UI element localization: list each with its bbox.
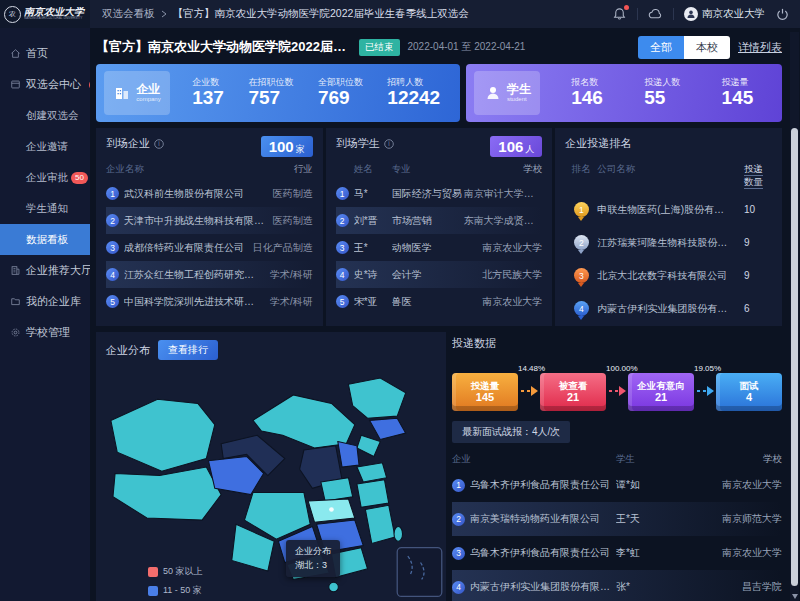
company-tile: 企业 company bbox=[104, 71, 170, 115]
status-badge: 已结束 bbox=[359, 39, 400, 56]
page-title: 【官方】南京农业大学动物医学院2022届毕业生春季线上双选会 bbox=[96, 38, 351, 56]
sidebar-item-school-manage[interactable]: 学校管理 bbox=[0, 317, 90, 348]
panel-title: 企业分布 bbox=[106, 343, 150, 358]
sidebar-item-fair-center[interactable]: 双选会中心 50 bbox=[0, 69, 90, 100]
sidebar-item-company-invite[interactable]: 企业邀请 bbox=[0, 131, 90, 162]
rank-circle: 3 bbox=[336, 241, 349, 254]
ranking-row: 1申联生物医药(上海)股份有限公司10 bbox=[565, 193, 772, 226]
company-row: 4江苏众红生物工程创药研究院有...学术/科研 bbox=[106, 261, 313, 288]
view-ranking-button[interactable]: 查看排行 bbox=[158, 340, 218, 360]
company-name: 北京大北农数字科技有限公司 bbox=[597, 269, 730, 283]
legend-swatch-red bbox=[148, 567, 158, 577]
silver-medal-icon: 2 bbox=[574, 235, 589, 250]
school: 南京审计大学金审学院 bbox=[464, 187, 543, 201]
student-label: 学生 bbox=[507, 83, 531, 96]
scrollbar-thumb[interactable] bbox=[791, 128, 798, 586]
major: 会计学 bbox=[392, 268, 464, 282]
approve-badge: 50 bbox=[71, 172, 88, 184]
sidebar-label: 企业邀请 bbox=[26, 140, 68, 154]
student-name: 王* bbox=[354, 241, 392, 255]
ranking-row: 4内蒙古伊利实业集团股份有限公...6 bbox=[565, 292, 772, 325]
university-emblem-icon: 农 bbox=[4, 6, 21, 23]
company-name: 乌鲁木齐伊利食品有限责任公司 bbox=[470, 478, 616, 492]
sidebar-item-company-approve[interactable]: 企业审批 50 bbox=[0, 162, 90, 193]
funnel-stage: 投递量145 bbox=[452, 373, 518, 411]
info-icon[interactable]: i bbox=[154, 139, 164, 149]
school: 南京师范大学 bbox=[686, 512, 782, 526]
delivery-count: 10 bbox=[730, 204, 772, 215]
student-name: 谭*如 bbox=[616, 478, 686, 492]
rank-circle: 3 bbox=[106, 241, 119, 254]
stat-value: 55 bbox=[644, 87, 680, 109]
sidebar-item-company-library[interactable]: 我的企业库 bbox=[0, 286, 90, 317]
panel-title: 到场学生 bbox=[336, 136, 380, 151]
cloud-download-icon[interactable] bbox=[648, 7, 663, 22]
avatar-icon bbox=[684, 7, 698, 21]
breadcrumb: 双选会看板 【官方】南京农业大学动物医学院2022届毕业生春季线上双选会 bbox=[102, 7, 469, 21]
major: 兽医 bbox=[392, 295, 464, 309]
person-icon bbox=[484, 84, 502, 102]
main-content: 【官方】南京农业大学动物医学院2022届毕业生春季线上双选会 已结束 2022-… bbox=[90, 28, 800, 601]
vertical-scrollbar[interactable] bbox=[790, 32, 799, 601]
student-tile: 学生 student bbox=[474, 71, 540, 115]
company-row: 5中国科学院深圳先进技术研究院学术/科研 bbox=[106, 288, 313, 315]
stat-value: 137 bbox=[192, 87, 224, 109]
funnel-arrow: 14.48% bbox=[518, 373, 540, 411]
svg-text:i: i bbox=[388, 140, 389, 147]
breadcrumb-current: 【官方】南京农业大学动物医学院2022届毕业生春季线上双选会 bbox=[173, 7, 469, 21]
sidebar-label: 企业推荐大厅 bbox=[26, 263, 92, 278]
col-count[interactable]: 投递数量 bbox=[744, 163, 763, 189]
sidebar-label: 学生通知 bbox=[26, 202, 68, 216]
hall-icon bbox=[10, 265, 21, 276]
rank-circle: 2 bbox=[452, 513, 465, 526]
library-icon bbox=[10, 296, 21, 307]
col-rank: 排名 bbox=[565, 163, 597, 189]
rank-circle: 1 bbox=[452, 479, 465, 492]
app-logo: 农 南京农业大学 NANJING AGRICULTURAL UNIVERSITY bbox=[0, 0, 90, 28]
breadcrumb-root[interactable]: 双选会看板 bbox=[102, 7, 155, 21]
rank-circle: 4 bbox=[336, 268, 349, 281]
student-name: 刘*晋 bbox=[354, 214, 392, 228]
sidebar-item-home[interactable]: 首页 bbox=[0, 38, 90, 69]
student-name: 王*天 bbox=[616, 512, 686, 526]
delivery-count: 6 bbox=[730, 303, 772, 314]
filter-all-button[interactable]: 全部 bbox=[638, 36, 684, 59]
sidebar-item-student-notify[interactable]: 学生通知 bbox=[0, 193, 90, 224]
stat-label: 企业数 bbox=[192, 77, 224, 87]
sidebar-label: 双选会中心 bbox=[26, 77, 81, 92]
col-school: 学校 bbox=[686, 453, 782, 466]
legend-swatch-blue bbox=[148, 586, 158, 596]
user-menu[interactable]: 南京农业大学 bbox=[684, 7, 765, 21]
topbar: 农 南京农业大学 NANJING AGRICULTURAL UNIVERSITY… bbox=[0, 0, 800, 28]
student-row: 4史*诗会计学北方民族大学 bbox=[336, 261, 543, 288]
company-name: 江苏众红生物工程创药研究院有... bbox=[124, 268, 264, 282]
stat-label: 投递人数 bbox=[644, 77, 680, 87]
rank-circle: 2 bbox=[106, 214, 119, 227]
funnel-stage: 面试4 bbox=[716, 373, 782, 411]
sidebar-item-create-fair[interactable]: 创建双选会 bbox=[0, 100, 90, 131]
major: 市场营销 bbox=[392, 214, 464, 228]
company-name: 内蒙古伊利实业集团股份有限公... bbox=[597, 302, 730, 316]
student-row: 5宋*亚兽医南京农业大学 bbox=[336, 288, 543, 315]
filter-school-button[interactable]: 本校 bbox=[684, 36, 730, 59]
detail-list-link[interactable]: 详情列表 bbox=[738, 40, 782, 55]
delivery-count: 9 bbox=[730, 270, 772, 281]
stat-label: 招聘人数 bbox=[387, 77, 440, 87]
match-row: 2南京美瑞特动物药业有限公司王*天南京师范大学 bbox=[452, 502, 782, 536]
ranking-row: 5上海药明康德新药开发有限公司5 bbox=[565, 325, 772, 326]
company-name: 内蒙古伊利实业集团股份有限公司西安分公司 bbox=[470, 580, 616, 594]
sidebar-item-recommend-hall[interactable]: 企业推荐大厅 bbox=[0, 255, 90, 286]
scroll-down-arrow-icon[interactable] bbox=[792, 594, 798, 599]
sidebar-label: 学校管理 bbox=[26, 325, 70, 340]
company-label-en: company bbox=[136, 96, 160, 103]
info-icon[interactable]: i bbox=[384, 139, 394, 149]
student-name: 宋*亚 bbox=[354, 295, 392, 309]
major: 动物医学 bbox=[392, 241, 464, 255]
stat-value: 757 bbox=[248, 87, 293, 109]
sidebar-item-data-dashboard[interactable]: 数据看板 bbox=[0, 224, 90, 255]
stat-label: 报名数 bbox=[571, 77, 603, 87]
power-icon[interactable] bbox=[775, 7, 790, 22]
bell-icon[interactable] bbox=[612, 7, 627, 22]
major: 国际经济与贸易 bbox=[392, 187, 464, 201]
date-range: 2022-04-01 至 2022-04-21 bbox=[408, 40, 526, 54]
